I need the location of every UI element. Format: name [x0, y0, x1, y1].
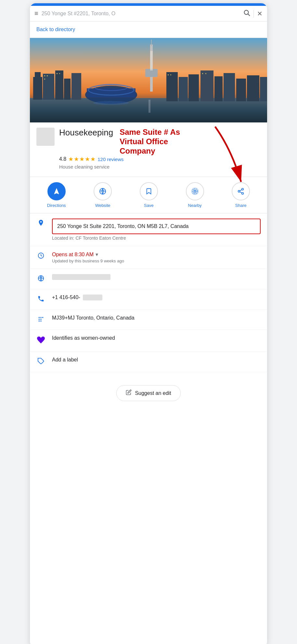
hamburger-icon[interactable]: ≡ — [34, 10, 38, 17]
svg-rect-18 — [166, 72, 178, 101]
hours-updated-text: Updated by this business 9 weeks ago — [52, 259, 261, 263]
business-name: Housekeeping — [59, 128, 113, 138]
svg-rect-25 — [247, 75, 259, 101]
website-blurred — [52, 274, 110, 280]
svg-rect-4 — [33, 77, 42, 100]
svg-point-56 — [40, 321, 42, 322]
svg-point-55 — [39, 321, 40, 322]
svg-point-44 — [238, 191, 240, 193]
svg-point-45 — [242, 193, 244, 195]
svg-point-50 — [39, 317, 40, 318]
svg-rect-28 — [47, 75, 48, 76]
hours-row[interactable]: Opens at 8:30 AM ▾ Updated by this busin… — [30, 246, 267, 269]
close-icon[interactable]: ✕ — [257, 10, 263, 18]
women-owned-row: Identifies as women-owned — [30, 330, 267, 352]
phone-blur — [83, 295, 102, 300]
share-label: Share — [235, 203, 247, 208]
star-5: ★ — [90, 156, 96, 163]
add-label-text: Add a label — [52, 357, 261, 363]
add-label-row[interactable]: Add a label — [30, 352, 267, 372]
svg-rect-30 — [57, 73, 58, 74]
svg-rect-5 — [35, 72, 41, 79]
annotation-line1: Same Suite # As — [120, 128, 180, 137]
save-label: Save — [144, 203, 154, 208]
hero-image — [30, 38, 267, 122]
svg-rect-17 — [150, 51, 153, 70]
svg-rect-31 — [59, 73, 60, 74]
address-content: 250 Yonge St Suite 2201, Toronto, ON M5B… — [52, 219, 261, 241]
clock-icon — [36, 252, 45, 261]
search-icon[interactable] — [243, 9, 250, 18]
women-owned-icon — [36, 336, 45, 346]
phone-icon — [36, 295, 45, 304]
women-owned-text: Identifies as women-owned — [52, 335, 261, 341]
back-bar: Back to directory — [30, 21, 267, 38]
chevron-down-icon[interactable]: ▾ — [96, 251, 98, 258]
details-section: 250 Yonge St Suite 2201, Toronto, ON M5B… — [30, 213, 267, 379]
svg-rect-20 — [188, 74, 199, 101]
suggest-edit-section: Suggest an edit — [30, 379, 267, 408]
directions-label: Directions — [47, 203, 66, 208]
svg-rect-6 — [43, 74, 54, 100]
annotation-line2: Virtual Office — [120, 137, 180, 146]
back-to-directory-link[interactable]: Back to directory — [36, 27, 75, 32]
website-button[interactable]: Website — [94, 182, 112, 208]
pencil-icon — [126, 389, 132, 397]
phone-row[interactable]: +1 416-540- — [30, 289, 267, 310]
annotation-line3: Company — [120, 146, 180, 156]
svg-rect-29 — [44, 79, 45, 80]
arrow-annotation — [205, 123, 257, 190]
svg-rect-16 — [151, 40, 152, 46]
phone-number: +1 416-540- — [52, 295, 261, 300]
star-1: ★ — [68, 156, 73, 163]
svg-rect-26 — [260, 77, 267, 101]
reviews-link[interactable]: 120 reviews — [97, 157, 123, 162]
website-content — [52, 274, 261, 280]
search-query: 250 Yonge St #2201, Toronto, O — [42, 11, 240, 17]
hours-content: Opens at 8:30 AM ▾ Updated by this busin… — [52, 251, 261, 263]
hours-open-text: Opens at 8:30 AM ▾ — [52, 251, 261, 258]
svg-rect-11 — [87, 88, 136, 97]
svg-rect-22 — [214, 76, 223, 101]
add-label-content: Add a label — [52, 357, 261, 363]
svg-point-40 — [194, 190, 196, 192]
svg-point-41 — [193, 189, 197, 194]
website-row[interactable] — [30, 269, 267, 289]
svg-rect-36 — [148, 100, 150, 113]
svg-rect-35 — [205, 73, 206, 74]
svg-rect-9 — [71, 73, 81, 100]
nearby-icon-circle — [186, 182, 204, 200]
search-bar: ≡ 250 Yonge St #2201, Toronto, O ✕ — [30, 6, 267, 21]
star-4: ★ — [85, 156, 90, 163]
svg-point-37 — [93, 101, 129, 105]
svg-rect-8 — [64, 79, 71, 100]
svg-rect-21 — [200, 70, 213, 101]
nearby-button[interactable]: Nearby — [186, 182, 204, 208]
nearby-label: Nearby — [188, 203, 202, 208]
save-button[interactable]: Save — [140, 182, 158, 208]
address-text: 250 Yonge St Suite 2201, Toronto, ON M5B… — [52, 219, 261, 234]
globe-icon — [36, 275, 45, 284]
svg-line-46 — [240, 192, 242, 193]
business-logo — [36, 128, 55, 146]
location-icon — [36, 219, 45, 228]
save-icon-circle — [140, 182, 158, 200]
pluscode-content: MJ39+MJ Toronto, Ontario, Canada — [52, 315, 261, 321]
top-bar — [30, 3, 267, 6]
svg-rect-34 — [202, 73, 203, 74]
pluscode-text: MJ39+MJ Toronto, Ontario, Canada — [52, 315, 261, 321]
svg-rect-32 — [168, 74, 169, 75]
pluscode-row: MJ39+MJ Toronto, Ontario, Canada — [30, 310, 267, 330]
rating-number: 4.8 — [59, 156, 66, 162]
star-3: ★ — [79, 156, 84, 163]
address-row: 250 Yonge St Suite 2201, Toronto, ON M5B… — [30, 213, 267, 246]
directions-icon-circle — [47, 182, 66, 200]
svg-rect-24 — [236, 79, 246, 101]
directions-button[interactable]: Directions — [47, 182, 66, 208]
star-2: ★ — [74, 156, 79, 163]
website-label: Website — [95, 203, 110, 208]
website-icon-circle — [94, 182, 112, 200]
svg-point-52 — [42, 317, 44, 318]
suggest-edit-button[interactable]: Suggest an edit — [116, 385, 180, 401]
svg-rect-19 — [179, 77, 188, 101]
